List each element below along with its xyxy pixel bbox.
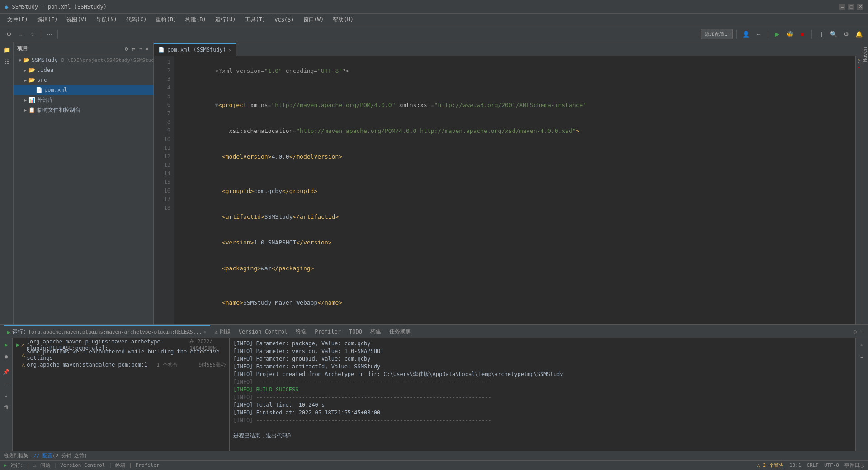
root-folder-icon: 📂 xyxy=(23,56,30,64)
vcs-icon[interactable]: ← xyxy=(753,29,764,40)
menu-vcs[interactable]: VCS(S) xyxy=(271,16,297,24)
left-icon-strip: 📁 ☷ xyxy=(0,42,14,324)
maven-label[interactable]: Maven xyxy=(862,47,868,62)
tree-pom[interactable]: 📄 pom.xml xyxy=(14,85,153,95)
menu-build[interactable]: 构建(B) xyxy=(182,15,210,24)
status-profiler[interactable]: Profiler xyxy=(136,462,160,468)
bottom-tab-build[interactable]: 构建 xyxy=(367,325,385,338)
bottom-tab-focus[interactable]: 任务聚焦 xyxy=(386,325,415,338)
settings2-icon[interactable]: ⚙ xyxy=(841,29,852,40)
more-icon[interactable]: ⋯ xyxy=(44,29,55,40)
status-separator: | xyxy=(27,462,30,468)
tag-groupid-close: </groupId> xyxy=(282,188,317,194)
menu-window[interactable]: 窗口(W) xyxy=(300,15,328,24)
stop-run-icon[interactable]: ● xyxy=(1,352,11,362)
tree-external[interactable]: ▶ 📊 外部库 xyxy=(14,95,153,105)
bottom-minimize-icon[interactable]: − xyxy=(859,328,864,336)
bottom-tab-terminal[interactable]: 终端 xyxy=(292,325,310,338)
notification-configure-link[interactable]: // 配置 xyxy=(33,452,52,459)
notifications-icon[interactable]: 🔔 xyxy=(854,29,864,40)
fold-3[interactable]: ▼ xyxy=(215,102,218,108)
status-encoding[interactable]: UTF-8 xyxy=(824,462,839,468)
problems-label: 问题 xyxy=(220,328,231,335)
status-run-label[interactable]: 运行: xyxy=(10,462,24,469)
run-green-icon[interactable]: ▶ xyxy=(772,29,783,40)
maven-panel[interactable]: Maven xyxy=(862,42,868,324)
menu-code[interactable]: 代码(C) xyxy=(123,15,151,24)
scroll-to-end-icon[interactable]: ↓ xyxy=(1,390,11,400)
status-vcs[interactable]: Version Control xyxy=(60,462,105,468)
tag-packaging: <packaging> xyxy=(222,265,261,272)
tree-scratch[interactable]: ▶ 📋 临时文件和控制台 xyxy=(14,105,153,115)
add-config-button[interactable]: 添加配置... xyxy=(701,29,733,39)
split-icon[interactable]: ⸭ xyxy=(27,29,38,40)
hide-icon[interactable]: ≡ xyxy=(857,352,867,362)
val-schema2: http://maven.apache.org/xsd/maven-4.0.0.… xyxy=(420,127,576,134)
code-content[interactable]: <?xml version="1.0" encoding="UTF-8"?> ▼… xyxy=(174,56,855,324)
scratch-icon: 📋 xyxy=(28,106,35,113)
run-tab-close[interactable]: ✕ xyxy=(204,329,207,334)
menu-navigate[interactable]: 导航(N) xyxy=(93,15,121,24)
clear-icon[interactable]: 🗑 xyxy=(1,402,11,412)
panel-collapse-icon[interactable]: ⇄ xyxy=(131,45,136,53)
error-strip xyxy=(858,67,860,68)
search-icon[interactable]: 🔍 xyxy=(828,29,839,40)
line-num-8: 8 xyxy=(154,118,170,127)
bottom-tab-profiler[interactable]: Profiler xyxy=(311,325,344,338)
maximize-button[interactable]: □ xyxy=(848,4,854,10)
menu-refactor[interactable]: 重构(B) xyxy=(152,15,180,24)
idea-folder-icon: 📂 xyxy=(28,66,35,74)
filter-icon[interactable]: ⸻ xyxy=(1,379,11,389)
menu-run[interactable]: 运行(U) xyxy=(212,15,240,24)
bottom-settings-icon[interactable]: ⚙ xyxy=(853,328,858,336)
structure-icon[interactable]: ☷ xyxy=(1,56,12,67)
status-run-icon[interactable]: ▶ xyxy=(4,462,7,468)
run-tree-item-3[interactable]: △ org.apache.maven:standalone-pom:pom:1 … xyxy=(13,360,229,370)
code-line-3: ▼<project xmlns="http://maven.apache.org… xyxy=(179,92,855,118)
tree-src[interactable]: ▶ 📂 src xyxy=(14,75,153,85)
debug-icon[interactable]: 🐝 xyxy=(784,29,795,40)
tab-pom[interactable]: 📄 pom.xml (SSMStudy) ✕ xyxy=(154,43,236,56)
status-position[interactable]: 18:1 xyxy=(789,462,802,468)
status-terminal[interactable]: 终端 xyxy=(115,462,125,469)
code-line-11 xyxy=(179,281,855,290)
run-tree-item-2[interactable]: △ Some problems were encountered while b… xyxy=(13,350,229,360)
pin-icon[interactable]: 📌 xyxy=(1,367,11,377)
warning-icon-1: △ xyxy=(21,342,24,348)
panel-close-icon[interactable]: ✕ xyxy=(145,45,150,53)
run-again-icon[interactable]: ▶ xyxy=(1,340,11,350)
tag-modelversion-close: </modelVersion> xyxy=(289,153,342,160)
status-event-log[interactable]: 事件日志 xyxy=(844,462,864,469)
menu-view[interactable]: 视图(V) xyxy=(63,15,91,24)
list-icon[interactable]: ≡ xyxy=(15,29,26,40)
panel-more-icon[interactable]: ⋯ xyxy=(138,45,143,53)
bottom-tab-problems[interactable]: ⚠ 问题 xyxy=(211,325,234,338)
translate-icon[interactable]: ｊ xyxy=(816,29,826,40)
panel-settings-icon[interactable]: ⚙ xyxy=(124,45,129,53)
menu-help[interactable]: 帮助(H) xyxy=(329,15,357,24)
bottom-tab-vcs[interactable]: Version Control xyxy=(235,325,291,338)
menu-file[interactable]: 文件(F) xyxy=(4,15,32,24)
status-problems-label[interactable]: 问题 xyxy=(40,462,50,469)
wrap-icon[interactable]: ↩ xyxy=(857,340,867,350)
menu-tools[interactable]: 工具(T) xyxy=(241,15,269,24)
status-problems-icon[interactable]: ⚠ xyxy=(33,462,37,468)
minimize-button[interactable]: – xyxy=(839,4,845,10)
bottom-tab-run[interactable]: ▶ 运行: [org.apache.maven.plugins:maven-ar… xyxy=(4,325,210,338)
status-sep3: | xyxy=(108,462,112,468)
menu-edit[interactable]: 编辑(E) xyxy=(33,15,61,24)
close-button[interactable]: ✕ xyxy=(857,4,863,10)
tree-root[interactable]: ▼ 📂 SSMStudy D:\IDEAproject\SSMStudy\SSM… xyxy=(14,55,153,65)
toolbar-separator-5 xyxy=(811,30,812,39)
tab-close-button[interactable]: ✕ xyxy=(229,47,231,52)
stop-icon[interactable]: ■ xyxy=(797,29,808,40)
idea-label: .idea xyxy=(37,67,53,73)
line-num-7: 7 xyxy=(154,109,170,118)
user-icon[interactable]: 👤 xyxy=(741,29,751,40)
settings-icon[interactable]: ⚙ xyxy=(4,29,14,40)
tree-idea[interactable]: ▶ 📂 .idea xyxy=(14,65,153,75)
status-warnings[interactable]: △ 2 个警告 xyxy=(757,462,784,469)
project-icon[interactable]: 📁 xyxy=(1,44,12,55)
bottom-tab-todo[interactable]: TODO xyxy=(345,325,366,338)
status-crlf[interactable]: CRLF xyxy=(807,462,819,468)
